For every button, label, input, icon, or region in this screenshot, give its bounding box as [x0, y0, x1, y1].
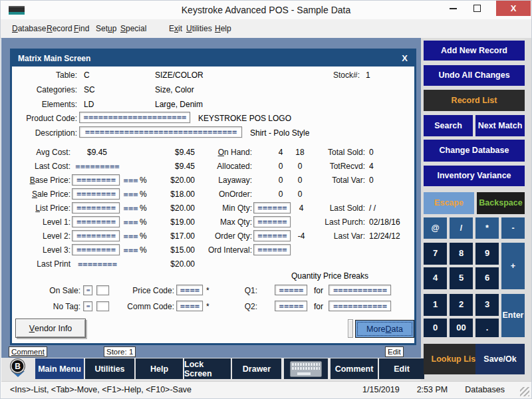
- sale-price-label: Sale Price:: [12, 190, 70, 199]
- escape-button[interactable]: Escape: [424, 192, 474, 214]
- store-chip: Store: 1: [104, 346, 136, 357]
- comm-code-star: *: [206, 302, 209, 311]
- q2-label: Q2:: [231, 302, 257, 311]
- ord-interval-input[interactable]: ≡≡≡≡≡≡: [253, 244, 291, 255]
- key-plus[interactable]: +: [501, 243, 525, 289]
- total-sold-label: Total Sold:: [305, 148, 365, 157]
- avg-cost-value: $9.45: [73, 148, 121, 157]
- inventory-variance-button[interactable]: Inventory Variance: [424, 166, 525, 186]
- level-2-input[interactable]: ≡≡≡≡≡≡≡≡: [72, 230, 120, 241]
- percent-sign: %: [140, 231, 147, 241]
- base-price-percent-fill[interactable]: ≡≡≡: [123, 177, 138, 184]
- q2-price-input[interactable]: ≡≡≡≡≡≡≡≡≡≡≡: [329, 301, 391, 311]
- level-3-percent-fill[interactable]: ≡≡≡: [123, 247, 138, 254]
- change-database-button[interactable]: Change Database: [424, 140, 525, 162]
- main-menu-button[interactable]: Main Menu: [35, 358, 84, 379]
- comment-button[interactable]: Comment: [331, 358, 378, 379]
- key-4[interactable]: 4: [424, 267, 447, 289]
- q1-price-input[interactable]: ≡≡≡≡≡≡≡≡≡≡≡: [329, 285, 391, 295]
- base-price-label: Base Price:: [12, 176, 70, 185]
- menu-bar: DatabaseRecordFindSetupSpecialExitUtilit…: [1, 19, 531, 39]
- menu-find[interactable]: Find: [74, 19, 89, 38]
- record-list-button[interactable]: Record List: [424, 90, 525, 111]
- key-0[interactable]: 0: [424, 319, 447, 337]
- last-var-value: 12/24/12: [369, 231, 400, 241]
- status-mode: Databases: [465, 385, 505, 394]
- key-slash[interactable]: /: [450, 217, 473, 239]
- q1-qty-input[interactable]: ≡≡≡≡≡: [275, 285, 307, 295]
- key-minus[interactable]: -: [501, 217, 525, 239]
- menu-record[interactable]: Record: [47, 19, 72, 38]
- key-star[interactable]: *: [475, 217, 499, 239]
- key-at[interactable]: @: [424, 217, 447, 239]
- key-dot[interactable]: .: [475, 319, 499, 337]
- sale-price-input[interactable]: ≡≡≡≡≡≡≡≡: [72, 188, 120, 200]
- on-hand-label: On Hand:: [178, 148, 252, 157]
- close-button[interactable]: X: [496, 1, 531, 16]
- order-qty-input[interactable]: ≡≡≡≡≡≡: [253, 230, 291, 241]
- max-qty-label: Max Qty:: [178, 217, 252, 227]
- dialog-close-button[interactable]: X: [402, 51, 408, 66]
- save-ok-button[interactable]: Save/Ok: [475, 344, 525, 374]
- backspace-button[interactable]: Backspace: [477, 192, 525, 214]
- minimize-button[interactable]: [442, 1, 464, 16]
- sale-price-percent-fill[interactable]: ≡≡≡: [123, 191, 138, 198]
- allocated-store-value: 0: [271, 162, 291, 171]
- price-code-label: Price Code:: [98, 286, 174, 295]
- key-enter[interactable]: Enter: [501, 294, 525, 337]
- moredata-separator: [348, 319, 353, 338]
- menu-utilities[interactable]: Utilities: [186, 19, 212, 38]
- maximize-button[interactable]: [466, 1, 487, 16]
- matrix-main-screen-dialog: Matrix Main Screen X Table: C SIZE/COLOR…: [10, 49, 416, 345]
- menu-special[interactable]: Special: [120, 19, 146, 38]
- categories-value: SC: [84, 85, 95, 94]
- product-code-input[interactable]: ≡≡≡≡≡≡≡≡≡≡≡≡≡≡≡≡≡≡≡≡≡: [79, 112, 190, 123]
- level-1-input[interactable]: ≡≡≡≡≡≡≡≡: [72, 216, 120, 227]
- key-5[interactable]: 5: [450, 267, 473, 289]
- level-2-percent-fill[interactable]: ≡≡≡: [123, 233, 138, 240]
- search-button[interactable]: Search: [424, 115, 473, 136]
- key-8[interactable]: 8: [450, 243, 473, 265]
- menu-exit[interactable]: Exit: [169, 19, 182, 38]
- keyboard-icon-button[interactable]: [284, 358, 328, 379]
- menu-database[interactable]: Database: [12, 19, 46, 38]
- key-6[interactable]: 6: [475, 267, 499, 289]
- on-sale-flag-box[interactable]: ≡: [83, 285, 92, 295]
- totrecvd-label: TotRecvd:: [305, 162, 365, 171]
- q2-qty-input[interactable]: ≡≡≡≡≡: [275, 301, 307, 311]
- vendor-info-button[interactable]: Vendor Info: [15, 319, 86, 338]
- menu-setup[interactable]: Setup: [96, 19, 116, 38]
- comm-code-input[interactable]: ≡≡≡≡: [176, 301, 203, 311]
- add-new-record-button[interactable]: Add New Record: [424, 41, 525, 61]
- description-input[interactable]: ≡≡≡≡≡≡≡≡≡≡≡≡≡≡≡≡≡≡≡≡≡≡≡≡≡≡≡≡≡≡≡: [79, 126, 242, 138]
- min-qty-input[interactable]: ≡≡≡≡≡≡: [253, 202, 291, 213]
- key-2[interactable]: 2: [450, 294, 473, 316]
- undo-all-changes-button[interactable]: Undo All Changes: [424, 65, 525, 86]
- onorder-all-value: 0: [290, 190, 310, 199]
- base-price-input[interactable]: ≡≡≡≡≡≡≡≡: [72, 174, 120, 186]
- list-price-input[interactable]: ≡≡≡≡≡≡≡≡: [72, 202, 120, 213]
- resize-grip[interactable]: [520, 387, 529, 396]
- lock-screen-button[interactable]: Lock Screen: [184, 358, 231, 379]
- dialog-title-bar: Matrix Main Screen X: [12, 51, 414, 66]
- utilities-button[interactable]: Utilities: [85, 358, 134, 379]
- price-code-input[interactable]: ≡≡≡≡: [176, 285, 203, 295]
- max-qty-input[interactable]: ≡≡≡≡≡≡: [253, 216, 291, 227]
- key-9[interactable]: 9: [475, 243, 499, 265]
- onorder-label: OnOrder:: [178, 190, 252, 199]
- level-3-input[interactable]: ≡≡≡≡≡≡≡≡: [72, 244, 120, 255]
- key-double-zero[interactable]: 00: [450, 319, 473, 337]
- list-price-percent-fill[interactable]: ≡≡≡: [123, 205, 138, 212]
- drawer-button[interactable]: Drawer: [232, 358, 281, 379]
- key-1[interactable]: 1: [424, 294, 447, 316]
- key-3[interactable]: 3: [475, 294, 499, 316]
- next-match-button[interactable]: Next Match: [475, 115, 525, 136]
- level-1-percent-fill[interactable]: ≡≡≡: [123, 219, 138, 226]
- key-7[interactable]: 7: [424, 243, 447, 265]
- more-data-button[interactable]: More Data: [355, 320, 414, 338]
- edit-button[interactable]: Edit: [379, 358, 424, 379]
- help-button[interactable]: Help: [136, 358, 183, 379]
- no-tag-flag-box[interactable]: ≡: [83, 301, 92, 311]
- menu-help[interactable]: Help: [215, 19, 231, 38]
- allocated-label: Allocated:: [178, 162, 252, 171]
